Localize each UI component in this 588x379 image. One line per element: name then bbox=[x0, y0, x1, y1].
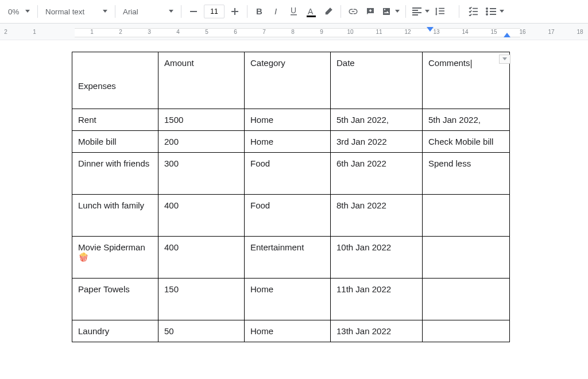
svg-text:B: B bbox=[256, 7, 262, 16]
ruler-number: 18 bbox=[577, 29, 583, 35]
expenses-table[interactable]: Expenses Amount Category Date Comments R… bbox=[72, 52, 510, 342]
zoom-label: 0% bbox=[8, 7, 19, 16]
bold-button[interactable]: B bbox=[252, 3, 268, 20]
line-spacing-icon bbox=[435, 7, 445, 16]
horizontal-ruler[interactable]: 2 1 1 2 3 4 5 6 7 8 9 10 11 12 13 14 15 … bbox=[0, 24, 588, 40]
header-category[interactable]: Category bbox=[245, 52, 331, 109]
cell-category[interactable]: Home bbox=[245, 279, 331, 320]
separator bbox=[37, 5, 38, 18]
ruler-number: 14 bbox=[462, 29, 468, 35]
cell-amount[interactable]: 400 bbox=[158, 237, 245, 279]
svg-rect-13 bbox=[473, 11, 478, 12]
cell-category[interactable]: Food bbox=[245, 195, 331, 237]
svg-point-15 bbox=[486, 7, 488, 10]
table-row[interactable]: Lunch with family 400 Food 8th Jan 2022 bbox=[72, 195, 510, 237]
cell-comments[interactable]: Spend less bbox=[423, 153, 510, 195]
header-comments[interactable]: Comments bbox=[423, 52, 510, 109]
ruler-number: 17 bbox=[548, 29, 554, 35]
line-spacing-button[interactable] bbox=[433, 3, 455, 20]
cell-amount[interactable]: 200 bbox=[158, 131, 245, 153]
cell-amount[interactable]: 1500 bbox=[158, 109, 245, 131]
ruler-number: 3 bbox=[148, 29, 151, 35]
svg-text:U: U bbox=[291, 6, 296, 15]
cell-comments[interactable] bbox=[423, 320, 510, 342]
cell-expenses[interactable]: Paper Towels bbox=[72, 279, 158, 320]
svg-rect-12 bbox=[473, 8, 478, 9]
cell-date[interactable]: 8th Jan 2022 bbox=[331, 195, 423, 237]
svg-rect-19 bbox=[490, 11, 496, 12]
table-row[interactable]: Paper Towels 150 Home 11th Jan 2022 bbox=[72, 279, 510, 320]
font-family-select[interactable]: Arial bbox=[119, 3, 177, 20]
header-expenses[interactable]: Expenses bbox=[72, 52, 158, 109]
table-row[interactable]: Dinner with friends 300 Food 6th Jan 202… bbox=[72, 153, 510, 195]
cell-category[interactable]: Food bbox=[245, 153, 331, 195]
insert-link-button[interactable] bbox=[345, 3, 361, 20]
svg-text:I: I bbox=[274, 7, 277, 16]
cell-date[interactable]: 13th Jan 2022 bbox=[331, 320, 423, 342]
cell-comments[interactable] bbox=[423, 237, 510, 279]
cell-comments[interactable] bbox=[423, 279, 510, 320]
cell-amount[interactable]: 50 bbox=[158, 320, 245, 342]
cell-category[interactable]: Entertainment bbox=[245, 237, 331, 279]
separator bbox=[181, 5, 181, 18]
cell-category[interactable]: Home bbox=[245, 109, 331, 131]
decrease-font-size-button[interactable] bbox=[185, 3, 202, 20]
add-comment-button[interactable] bbox=[362, 3, 378, 20]
chevron-down-icon bbox=[103, 10, 107, 13]
cell-comments[interactable]: Check Mobile bill bbox=[423, 131, 510, 153]
cell-expenses[interactable]: Laundry bbox=[72, 320, 158, 342]
insert-image-button[interactable] bbox=[380, 3, 401, 20]
cell-date[interactable]: 6th Jan 2022 bbox=[331, 153, 423, 195]
zoom-select[interactable]: 0% bbox=[5, 3, 33, 20]
separator bbox=[459, 5, 459, 18]
cell-date[interactable]: 5th Jan 2022, bbox=[331, 109, 423, 131]
document-page[interactable]: Expenses Amount Category Date Comments R… bbox=[0, 40, 588, 379]
font-size-input[interactable]: 11 bbox=[204, 5, 225, 18]
ruler-number: 16 bbox=[519, 29, 525, 35]
cell-expenses[interactable]: Rent bbox=[72, 109, 158, 131]
cell-date[interactable]: 11th Jan 2022 bbox=[331, 279, 423, 320]
highlight-color-button[interactable] bbox=[320, 3, 336, 20]
cell-amount[interactable]: 400 bbox=[158, 195, 245, 237]
table-header-row[interactable]: Expenses Amount Category Date Comments bbox=[72, 52, 510, 109]
cell-expenses[interactable]: Lunch with family bbox=[72, 195, 158, 237]
first-line-indent-marker[interactable] bbox=[427, 27, 434, 32]
underline-button[interactable]: U bbox=[286, 3, 302, 20]
chevron-down-icon bbox=[500, 10, 504, 13]
document-viewport[interactable]: Expenses Amount Category Date Comments R… bbox=[0, 40, 588, 379]
table-row[interactable]: Rent 1500 Home 5th Jan 2022, 5th Jan 202… bbox=[72, 109, 510, 131]
cell-comments[interactable] bbox=[423, 195, 510, 237]
cell-amount[interactable]: 150 bbox=[158, 279, 245, 320]
header-date[interactable]: Date bbox=[331, 52, 423, 109]
ruler-number: 11 bbox=[376, 29, 382, 35]
cell-amount[interactable]: 300 bbox=[158, 153, 245, 195]
ruler-number: 12 bbox=[404, 29, 411, 35]
svg-rect-6 bbox=[291, 14, 297, 16]
header-amount[interactable]: Amount bbox=[158, 52, 245, 109]
separator bbox=[341, 5, 341, 18]
checklist-button[interactable] bbox=[463, 3, 483, 20]
ruler-number: 2 bbox=[119, 29, 122, 35]
increase-font-size-button[interactable] bbox=[227, 3, 243, 20]
cell-expenses[interactable]: Mobile bill bbox=[72, 131, 158, 153]
cell-category[interactable]: Home bbox=[245, 320, 331, 342]
cell-comments[interactable]: 5th Jan 2022, bbox=[423, 109, 510, 131]
cell-expenses[interactable]: Movie Spiderman 🍿 bbox=[72, 237, 158, 279]
table-row[interactable]: Movie Spiderman 🍿 400 Entertainment 10th… bbox=[72, 237, 510, 279]
cell-expenses[interactable]: Dinner with friends bbox=[72, 153, 158, 195]
table-row[interactable]: Mobile bill 200 Home 3rd Jan 2022 Check … bbox=[72, 131, 510, 153]
cell-date[interactable]: 10th Jan 2022 bbox=[331, 237, 423, 279]
bulleted-list-button[interactable] bbox=[484, 3, 506, 20]
cell-date[interactable]: 3rd Jan 2022 bbox=[331, 131, 423, 153]
ruler-number: 5 bbox=[205, 29, 208, 35]
paragraph-style-select[interactable]: Normal text bbox=[42, 3, 111, 20]
text-color-button[interactable]: A bbox=[303, 3, 319, 20]
add-comment-icon bbox=[365, 6, 376, 17]
align-button[interactable] bbox=[410, 3, 432, 20]
cell-category[interactable]: Home bbox=[245, 131, 331, 153]
ruler-number: 6 bbox=[234, 29, 237, 35]
table-row[interactable]: Laundry 50 Home 13th Jan 2022 bbox=[72, 320, 510, 342]
italic-button[interactable]: I bbox=[269, 3, 285, 20]
table-options-button[interactable] bbox=[499, 55, 510, 64]
left-indent-marker[interactable] bbox=[504, 33, 510, 37]
